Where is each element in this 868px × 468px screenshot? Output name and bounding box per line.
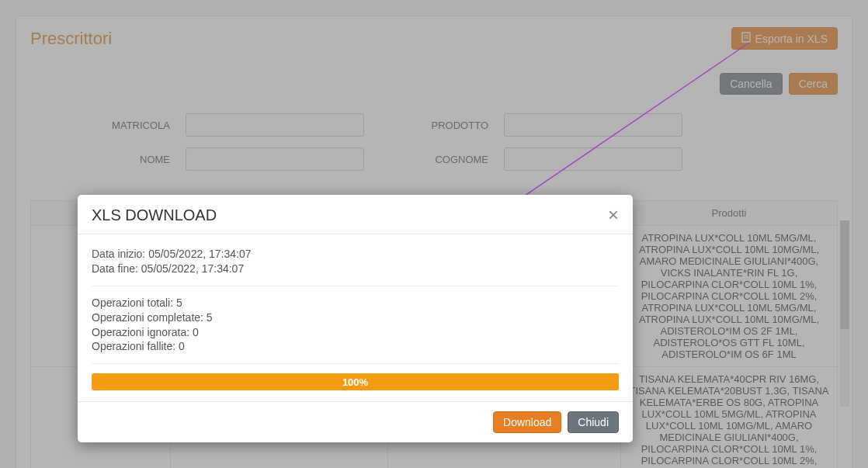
data-fine-line: Data fine: 05/05/2022, 17:34:07 [92,262,619,276]
modal-footer: Download Chiudi [78,401,633,442]
divider [92,286,619,286]
value: 0 [193,326,199,338]
progress-bar-fill: 100% [92,373,619,390]
ops-skip-line: Operazioni ignorata: 0 [92,325,619,340]
modal-header: XLS DOWNLOAD × [78,195,633,234]
label: Data inizio: [92,248,145,260]
modal-body: Data inizio: 05/05/2022, 17:34:07 Data f… [78,234,633,401]
value: 5 [207,311,213,324]
data-inizio-line: Data inizio: 05/05/2022, 17:34:07 [92,247,619,262]
label: Operazioni ignorata: [92,326,189,338]
progress-bar-track: 100% [92,373,619,390]
label: Operazioni completate: [92,311,203,324]
divider [92,363,619,364]
label: Operazioni totali: [92,296,173,309]
ops-fail-line: Operazioni fallite: 0 [92,339,619,354]
label: Operazioni fallite: [92,340,175,352]
value: 0 [179,340,185,352]
value: 05/05/2022, 17:34:07 [141,262,244,275]
value: 5 [176,296,182,309]
xls-download-modal: XLS DOWNLOAD × Data inizio: 05/05/2022, … [78,195,633,442]
ops-total-line: Operazioni totali: 5 [92,296,619,310]
modal-title: XLS DOWNLOAD [92,206,217,224]
label: Data fine: [92,262,138,275]
close-button[interactable]: Chiudi [568,411,619,433]
close-icon[interactable]: × [608,206,619,224]
value: 05/05/2022, 17:34:07 [148,248,251,260]
ops-done-line: Operazioni completate: 5 [92,310,619,325]
download-button[interactable]: Download [493,411,561,433]
